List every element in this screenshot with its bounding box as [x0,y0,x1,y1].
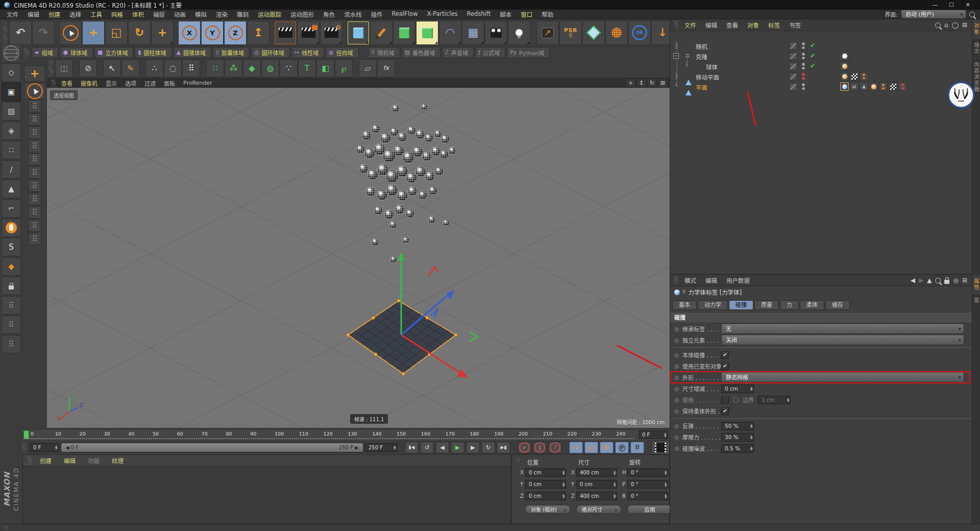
paint-bucket-button[interactable]: ◆ [2,257,21,276]
orbit-view-control[interactable]: ↻ [648,79,656,87]
viewport-menu-ProRender[interactable]: ProRender [179,80,216,86]
qr-button[interactable]: QR [628,21,651,45]
plane-handle-dot[interactable] [397,299,400,302]
lock-workplane-button[interactable] [2,277,21,295]
wireframe-sphere[interactable] [440,150,448,158]
plane-handle-dot[interactable] [374,353,377,356]
am-lock-icon[interactable] [944,280,949,284]
viewport-menu-面板[interactable]: 面板 [160,79,179,87]
menu-插件[interactable]: 插件 [366,10,387,18]
polygon-mode-button[interactable]: ▲ [2,180,21,198]
wireframe-sphere[interactable] [443,220,449,226]
editor-render-dots[interactable] [802,53,805,59]
enabled-check-icon[interactable]: ✔ [810,62,815,69]
workplane-mode-button[interactable]: ◈ [2,122,21,140]
wireframe-sphere[interactable] [364,148,375,158]
field-button-线性域[interactable]: ↦线性域 [291,47,324,58]
coord-grip[interactable] [516,458,520,463]
light-menu[interactable] [508,21,530,45]
menu-RealFlow[interactable]: RealFlow [387,10,423,18]
timeline-ruler[interactable]: 0102030405060708090100110120130140150160… [22,429,670,440]
menu-角色[interactable]: 角色 [318,10,339,18]
apply-button[interactable]: 应用 [627,505,672,514]
use-checkbox[interactable] [721,396,729,404]
live-selection-tool[interactable]: ▲ [59,21,82,45]
wireframe-sphere[interactable] [449,147,456,154]
wireframe-sphere[interactable] [422,152,431,161]
material-menu-创建[interactable]: 创建 [34,456,58,465]
play-forward-button[interactable]: ▶ [451,442,464,453]
camera-menu[interactable] [485,21,507,45]
wireframe-sphere[interactable] [425,172,434,181]
palette-slot-5[interactable]: ⠿ [28,153,41,165]
wireframe-sphere[interactable] [380,133,390,143]
point-mode-button[interactable]: ∷ [2,141,21,159]
snap-button[interactable]: S [2,238,21,256]
psr-button[interactable]: PSR0 [559,21,582,45]
red-plane-handle[interactable] [429,267,438,276]
palette-slot-9[interactable]: ⠿ [28,206,41,219]
content-browser[interactable] [2,44,21,62]
phong2-tag-icon[interactable] [879,82,888,91]
wireframe-sphere[interactable] [441,135,449,143]
am-target-icon[interactable]: ◎ [953,277,958,284]
view-label[interactable]: 透视视图 [50,90,78,100]
object-name[interactable]: 克隆 [696,53,707,61]
editor-render-dots[interactable] [802,63,805,69]
pan-view-control[interactable]: + [626,79,635,87]
record-keyframe-button[interactable]: ✔ [518,442,531,453]
object-name[interactable]: 随机 [696,42,707,51]
timeline-window-button[interactable] [651,441,670,454]
am-tab-动力学[interactable]: 动力学 [698,300,728,310]
wireframe-sphere[interactable] [356,145,364,153]
xpresso-button[interactable]: ↗ [536,21,559,45]
key-position-toggle[interactable]: + [569,442,583,453]
plane-handle-dot[interactable] [347,333,350,336]
wireframe-sphere[interactable] [415,130,425,139]
plane-handle-dot[interactable] [402,372,405,375]
wireframe-sphere[interactable] [421,104,427,110]
dynamics-tag-icon[interactable] [840,82,849,91]
texture-mode-button[interactable]: ▨ [2,102,21,120]
motext-menu[interactable]: T [298,59,316,77]
wireframe-sphere[interactable] [384,210,394,219]
attribute-spinner[interactable]: 0.5 %▲▼ [721,444,754,453]
mograph-tool-a[interactable]: ◫ [55,59,73,77]
object-row[interactable]: └球体✔ [670,61,972,71]
key-rotation-toggle[interactable]: ↻ [600,442,614,453]
wireframe-sphere[interactable] [406,173,416,183]
dock-tab-属性[interactable]: 属性 [972,275,980,294]
interface-dropdown[interactable]: 启动 (用户) [901,10,966,19]
viewport-menu-选项[interactable]: 选项 [121,79,140,87]
am-tab-柔体[interactable]: 柔体 [800,300,824,310]
path-dots-icon[interactable]: ∴ [145,59,163,77]
key-scale-toggle[interactable]: ◱ [584,442,598,453]
wireframe-sphere[interactable] [359,164,368,173]
rotate-tool[interactable]: ↻ [128,21,151,45]
render-settings-button[interactable]: ⚙ [320,21,342,45]
wireframe-sphere[interactable] [389,221,397,228]
menu-流水线[interactable]: 流水线 [339,10,366,18]
last-used-tool[interactable]: + [151,21,174,45]
x-axis-lock[interactable]: X [178,21,201,45]
am-add-icon[interactable]: ⊞ [962,277,967,284]
mograph-spheres-slash[interactable]: ⊘ [79,59,97,77]
palette-slot-3[interactable]: ⠿ [28,127,41,139]
maximize-button[interactable]: ☐ [943,2,960,8]
goto-start-button[interactable]: ▮◀ [405,442,419,453]
wireframe-sphere[interactable] [377,190,387,200]
dock-tab-对象[interactable]: 对象 [972,19,980,39]
menu-工具[interactable]: 工具 [86,10,107,18]
editor-render-dots[interactable] [802,73,805,80]
am-menu-编辑[interactable]: 编辑 [701,276,722,284]
subdivision-surface-menu[interactable] [393,21,415,45]
field-button-组域[interactable]: ▰组域 [32,47,58,58]
undo-button[interactable]: ↶ [9,21,32,45]
current-frame-field[interactable]: 0 F▲▼ [30,443,59,452]
grid-dots-icon[interactable]: ⠿ [182,59,200,77]
material-menu-编辑[interactable]: 编辑 [58,456,82,465]
effector-menu[interactable]: fx [377,59,395,77]
object-name[interactable]: 移动平面 [696,73,719,81]
am-tab-质量[interactable]: 质量 [754,300,779,310]
enabled-check-icon[interactable]: ✔ [810,42,815,49]
